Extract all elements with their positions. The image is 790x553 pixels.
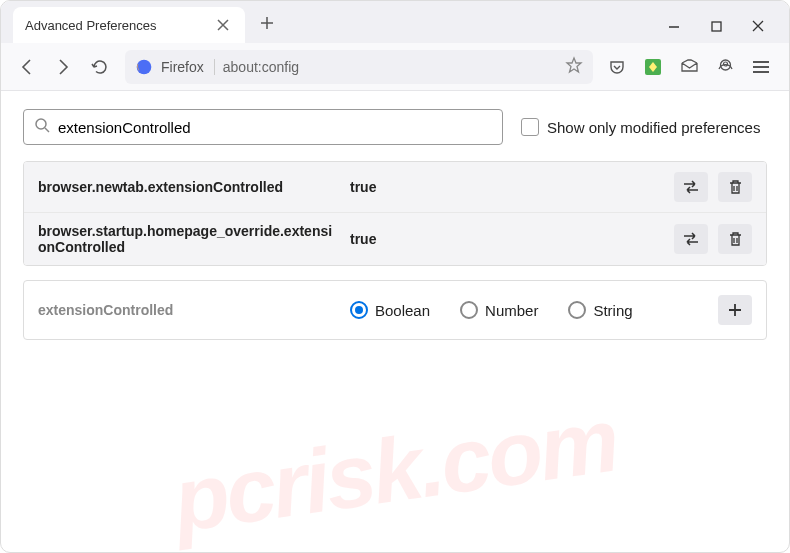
radio-label: String [593, 302, 632, 319]
minimize-button[interactable] [665, 17, 683, 35]
identity-label: Firefox [161, 59, 215, 75]
search-box[interactable] [23, 109, 503, 145]
checkbox-label: Show only modified preferences [547, 119, 760, 136]
show-modified-checkbox[interactable]: Show only modified preferences [521, 118, 760, 136]
content-area: Show only modified preferences browser.n… [1, 91, 789, 358]
pref-actions [674, 172, 752, 202]
pref-value: true [350, 179, 662, 195]
type-radio-group: Boolean Number String [350, 301, 706, 319]
pref-row: browser.newtab.extensionControlled true [24, 162, 766, 213]
search-input[interactable] [58, 119, 492, 136]
search-icon [34, 117, 50, 137]
firefox-icon [135, 58, 153, 76]
radio-number[interactable]: Number [460, 301, 538, 319]
address-bar[interactable]: Firefox about:config [125, 50, 593, 84]
prefs-table: browser.newtab.extensionControlled true … [23, 161, 767, 266]
window-controls [665, 17, 781, 43]
url-text: about:config [223, 59, 557, 75]
pref-value: true [350, 231, 662, 247]
delete-button[interactable] [718, 172, 752, 202]
mail-icon[interactable] [675, 53, 703, 81]
close-window-button[interactable] [749, 17, 767, 35]
radio-icon [568, 301, 586, 319]
new-pref-row: extensionControlled Boolean Number Strin… [23, 280, 767, 340]
radio-boolean[interactable]: Boolean [350, 301, 430, 319]
back-button[interactable] [11, 51, 43, 83]
toolbar-actions [603, 53, 779, 81]
pref-actions [674, 224, 752, 254]
bookmark-star-icon[interactable] [565, 56, 583, 78]
svg-point-1 [137, 59, 152, 74]
maximize-button[interactable] [707, 17, 725, 35]
reload-button[interactable] [83, 51, 115, 83]
new-tab-button[interactable] [259, 15, 275, 35]
radio-icon [460, 301, 478, 319]
search-row: Show only modified preferences [23, 109, 767, 145]
new-pref-name: extensionControlled [38, 302, 338, 318]
pref-name: browser.startup.homepage_override.extens… [38, 223, 338, 255]
pocket-icon[interactable] [603, 53, 631, 81]
radio-label: Number [485, 302, 538, 319]
pref-name: browser.newtab.extensionControlled [38, 179, 338, 195]
add-pref-button[interactable] [718, 295, 752, 325]
tab-title: Advanced Preferences [25, 18, 157, 33]
delete-button[interactable] [718, 224, 752, 254]
radio-icon [350, 301, 368, 319]
forward-button[interactable] [47, 51, 79, 83]
pref-row: browser.startup.homepage_override.extens… [24, 213, 766, 265]
browser-tab[interactable]: Advanced Preferences [13, 7, 245, 43]
toggle-button[interactable] [674, 172, 708, 202]
checkbox-icon [521, 118, 539, 136]
radio-label: Boolean [375, 302, 430, 319]
radio-string[interactable]: String [568, 301, 632, 319]
menu-button[interactable] [747, 53, 775, 81]
watermark: pcrisk.com [167, 389, 622, 553]
close-tab-icon[interactable] [217, 17, 233, 33]
profile-icon[interactable] [711, 53, 739, 81]
browser-toolbar: Firefox about:config [1, 43, 789, 91]
titlebar: Advanced Preferences [1, 1, 789, 43]
svg-point-5 [36, 119, 46, 129]
svg-rect-0 [712, 22, 721, 31]
toggle-button[interactable] [674, 224, 708, 254]
extension-icon[interactable] [639, 53, 667, 81]
